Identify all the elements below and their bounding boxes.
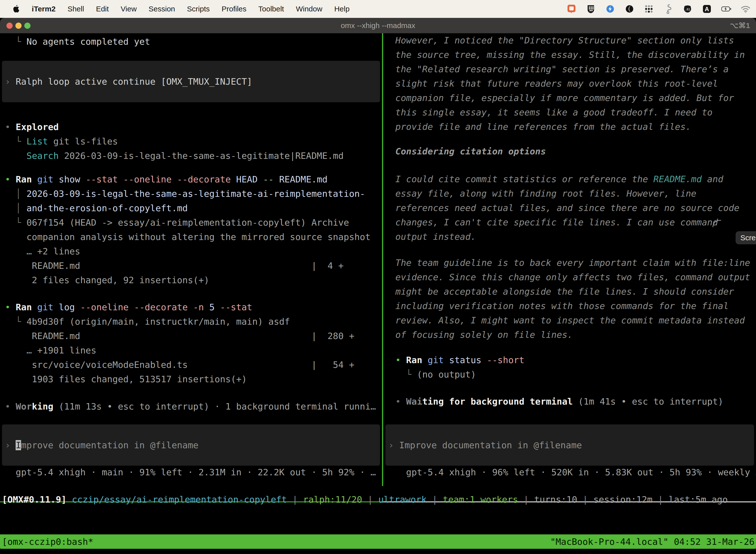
tmux-panes: └ No agents completed yet › Ralph loop a…: [0, 33, 756, 486]
menu-bar-status-icons: ..61 A: [567, 4, 756, 14]
right-model-status-line: gpt-5.4 xhigh · 96% left · 520K in · 5.8…: [383, 465, 756, 480]
menu-item-edit[interactable]: Edit: [96, 5, 109, 13]
ralph-loop-text: Ralph loop active continue [OMX_TMUX_INJ…: [16, 76, 252, 87]
window-shortcut-badge: ⌥⌘1: [730, 18, 750, 33]
keyboard-layout-icon[interactable]: A: [702, 4, 712, 14]
grid-shield-icon[interactable]: [586, 4, 596, 14]
screen-tooltip-label: Scre: [740, 233, 756, 242]
iterm2-window: omx --xhigh --madmax ⌥⌘1 └ No agents com…: [0, 18, 756, 551]
tmux-status-bar[interactable]: [omx-cczip0:bash* "MacBook-Pro-44.local"…: [0, 535, 756, 549]
svg-text:A: A: [705, 6, 709, 12]
battery-icon[interactable]: [721, 4, 731, 14]
battery-badge-icon[interactable]: ..61: [683, 4, 693, 14]
dots-grid-icon[interactable]: [644, 4, 654, 14]
thinking-paragraph-3: The team guideline is to back every impo…: [383, 256, 756, 342]
screenshot-app-icon[interactable]: [567, 4, 576, 14]
menu-item-help[interactable]: Help: [334, 5, 350, 13]
window-title-bar[interactable]: omx --xhigh --madmax ⌥⌘1: [0, 18, 756, 33]
prompt-chevron: ›: [388, 440, 399, 450]
menu-item-session[interactable]: Session: [148, 5, 175, 13]
tmux-host-clock: "MacBook-Pro-44.local" 04:52 31-Mar-26: [550, 537, 756, 547]
explored-block: • Explored └ List git ls-files Search 20…: [0, 120, 382, 163]
tmux-session-name: [omx-cczip0:bash*: [0, 537, 93, 547]
thinking-heading: Considering citation options: [383, 144, 756, 159]
text-cursor: I: [16, 440, 21, 450]
agents-status-line: └ No agents completed yet: [0, 35, 382, 49]
thinking-paragraph-2: I could cite commit statistics or refere…: [383, 172, 756, 244]
screen-tooltip[interactable]: Scre: [736, 231, 756, 244]
input-placeholder: mprove documentation in @filename: [21, 440, 198, 450]
working-status-line: • Working (11m 13s • esc to interrupt) ·…: [0, 399, 382, 414]
right-agent-pane[interactable]: However, I noticed the "Directory Struct…: [383, 33, 756, 486]
ralph-loop-injected-prompt[interactable]: › Ralph loop active continue [OMX_TMUX_I…: [2, 61, 380, 102]
menu-item-shell[interactable]: Shell: [67, 5, 84, 13]
crescent-icon[interactable]: [625, 4, 634, 14]
wifi-icon[interactable]: [741, 4, 751, 14]
menu-item-window[interactable]: Window: [296, 5, 322, 13]
menu-item-toolbelt[interactable]: Toolbelt: [258, 5, 284, 13]
menu-items: iTerm2ShellEditViewSessionScriptsProfile…: [12, 4, 350, 13]
macos-menu-bar: iTerm2ShellEditViewSessionScriptsProfile…: [0, 0, 756, 18]
thinking-paragraph-1: However, I noticed the "Directory Struct…: [383, 33, 756, 134]
cursor-arrow-annotation: [712, 218, 725, 228]
pane-divider[interactable]: [382, 33, 383, 486]
waiting-status-line: • Waiting for background terminal (1m 41…: [383, 394, 756, 409]
git-status-block: • Ran git status --short └ (no output): [383, 353, 756, 382]
git-show-block: • Ran git show --stat --oneline --decora…: [0, 172, 382, 287]
prompt-chevron: ›: [5, 440, 16, 450]
prompt-chevron: ›: [5, 76, 16, 87]
left-agent-pane[interactable]: └ No agents completed yet › Ralph loop a…: [0, 33, 382, 486]
apple-logo-icon[interactable]: [12, 4, 20, 13]
menu-item-scripts[interactable]: Scripts: [187, 5, 210, 13]
svg-text:..61: ..61: [685, 8, 690, 11]
blue-bolt-icon[interactable]: [605, 4, 615, 14]
omx-session-status-line: [OMX#0.11.9] cczip/essay/ai-reimplementa…: [0, 492, 756, 507]
menu-item-profiles[interactable]: Profiles: [222, 5, 246, 13]
right-agent-input[interactable]: › Improve documentation in @filename: [385, 425, 754, 466]
left-model-status-line: gpt-5.4 xhigh · main · 91% left · 2.31M …: [0, 465, 382, 480]
left-agent-input[interactable]: › Improve documentation in @filename: [2, 425, 380, 466]
menu-item-iterm2[interactable]: iTerm2: [32, 5, 56, 13]
git-log-block: • Ran git log --oneline --decorate -n 5 …: [0, 300, 382, 386]
squiggle-icon[interactable]: [663, 4, 673, 14]
input-placeholder: Improve documentation in @filename: [399, 440, 582, 450]
menu-item-view[interactable]: View: [121, 5, 137, 13]
window-title: omx --xhigh --madmax: [0, 18, 756, 33]
